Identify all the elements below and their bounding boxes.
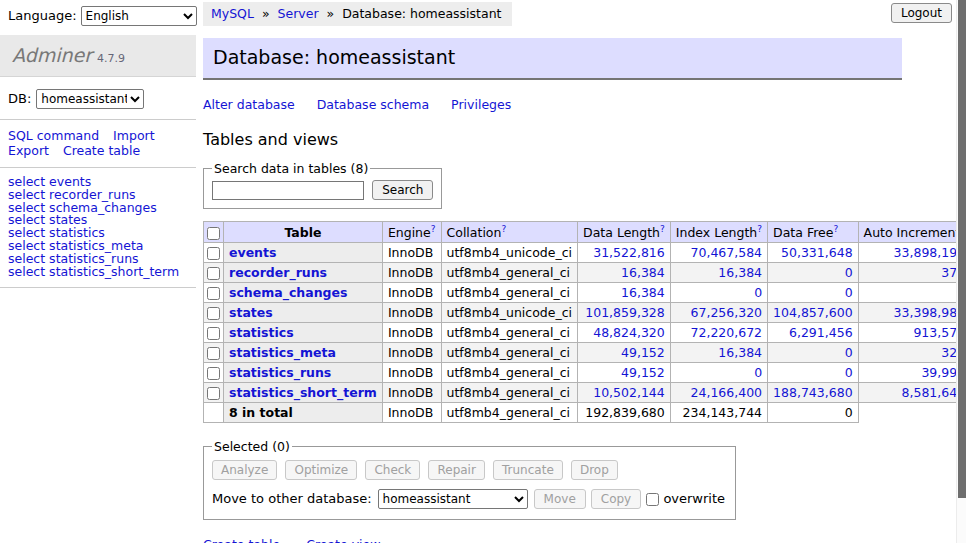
overwrite-checkbox[interactable] xyxy=(646,493,659,506)
move-database-select[interactable]: homeassistant xyxy=(378,489,528,509)
row-checkbox[interactable] xyxy=(207,387,220,400)
db-select[interactable]: homeassistant xyxy=(36,89,144,109)
index-length-link[interactable]: 72,220,672 xyxy=(691,325,763,340)
data-free-link[interactable]: 6,291,456 xyxy=(789,325,853,340)
data-free-link[interactable]: 0 xyxy=(845,365,853,380)
table-name-link[interactable]: recorder_runs xyxy=(229,265,327,280)
engine-cell: InnoDB xyxy=(382,383,441,403)
data-length-link[interactable]: 10,502,144 xyxy=(593,385,665,400)
app-version[interactable]: 4.7.9 xyxy=(97,52,125,65)
sidebar-link-export[interactable]: Export xyxy=(8,143,49,158)
database-schema-link[interactable]: Database schema xyxy=(317,97,429,112)
create-view-link[interactable]: Create view xyxy=(306,537,380,543)
index-length-link[interactable]: 16,384 xyxy=(718,265,762,280)
copy-button[interactable]: Copy xyxy=(591,489,641,509)
logout-button[interactable]: Logout xyxy=(891,3,952,23)
data-free-link[interactable]: 50,331,648 xyxy=(781,245,853,260)
drop-button[interactable]: Drop xyxy=(571,460,618,480)
auto-increment-link[interactable]: 33,898,196 xyxy=(894,245,966,260)
data-length-link[interactable]: 49,152 xyxy=(621,345,665,360)
data-length-link[interactable]: 16,384 xyxy=(621,265,665,280)
data-free-link[interactable]: 104,857,600 xyxy=(773,305,853,320)
row-check-cell xyxy=(204,243,224,263)
sidebar-link-import[interactable]: Import xyxy=(113,128,155,143)
data-length-cell: 49,152 xyxy=(578,343,671,363)
sidebar-link-sql-command[interactable]: SQL command xyxy=(8,128,99,143)
privileges-link[interactable]: Privileges xyxy=(451,97,511,112)
data-free-cell: 104,857,600 xyxy=(768,303,859,323)
sidebar-item-select-statistics-short-term[interactable]: select statistics_short_term xyxy=(8,266,188,279)
index-length-link[interactable]: 67,256,320 xyxy=(691,305,763,320)
collation-cell: utf8mb4_general_ci xyxy=(441,263,578,283)
table-name-link[interactable]: statistics xyxy=(229,325,294,340)
app-logo: Adminer4.7.9 xyxy=(0,35,196,77)
create-table-link[interactable]: Create table xyxy=(203,537,280,543)
selected-fieldset: Selected (0) Analyze Optimize Check Repa… xyxy=(203,439,736,520)
search-button[interactable]: Search xyxy=(372,180,433,200)
help-icon[interactable]: ? xyxy=(660,224,665,234)
help-icon[interactable]: ? xyxy=(757,224,762,234)
analyze-button[interactable]: Analyze xyxy=(212,460,277,480)
index-length-link[interactable]: 0 xyxy=(754,285,762,300)
row-checkbox[interactable] xyxy=(207,287,220,300)
data-length-link[interactable]: 49,152 xyxy=(621,365,665,380)
index-length-link[interactable]: 24,166,400 xyxy=(691,385,763,400)
index-length-cell: 16,384 xyxy=(670,263,767,283)
row-checkbox[interactable] xyxy=(207,327,220,340)
index-length-cell: 72,220,672 xyxy=(670,323,767,343)
data-free-link[interactable]: 188,743,680 xyxy=(773,385,853,400)
breadcrumb-link-server[interactable]: Server xyxy=(278,6,319,21)
sidebar-actions: SQL commandImport ExportCreate table xyxy=(0,120,196,167)
move-button[interactable]: Move xyxy=(534,489,586,509)
table-name-cell: recorder_runs xyxy=(224,263,383,283)
row-check-cell xyxy=(204,303,224,323)
data-length-link[interactable]: 48,824,320 xyxy=(593,325,665,340)
table-name-link[interactable]: statistics_short_term xyxy=(229,385,377,400)
col-header-auto-increment: Auto Increment? xyxy=(858,222,966,243)
check-button[interactable]: Check xyxy=(365,460,420,480)
data-free-link[interactable]: 0 xyxy=(845,285,853,300)
row-checkbox[interactable] xyxy=(207,347,220,360)
table-name-link[interactable]: states xyxy=(229,305,273,320)
table-name-link[interactable]: statistics_runs xyxy=(229,365,331,380)
table-name-link[interactable]: schema_changes xyxy=(229,285,347,300)
truncate-button[interactable]: Truncate xyxy=(493,460,563,480)
table-name-link[interactable]: events xyxy=(229,245,276,260)
data-free-link[interactable]: 0 xyxy=(845,265,853,280)
select-all-checkbox[interactable] xyxy=(207,227,220,240)
optimize-button[interactable]: Optimize xyxy=(285,460,357,480)
help-icon[interactable]: ? xyxy=(833,224,838,234)
total-check-cell xyxy=(204,403,224,423)
row-check-cell xyxy=(204,323,224,343)
index-length-link[interactable]: 0 xyxy=(754,365,762,380)
table-name-link[interactable]: statistics_meta xyxy=(229,345,336,360)
row-checkbox[interactable] xyxy=(207,247,220,260)
data-length-link[interactable]: 31,522,816 xyxy=(593,245,665,260)
language-select[interactable]: English xyxy=(81,6,197,26)
index-length-link[interactable]: 70,467,584 xyxy=(691,245,763,260)
data-length-link[interactable]: 101,859,328 xyxy=(585,305,665,320)
index-length-cell: 70,467,584 xyxy=(670,243,767,263)
scrollbar[interactable] xyxy=(956,0,966,543)
auto-increment-cell: 33,398,984 xyxy=(858,303,966,323)
data-free-link[interactable]: 0 xyxy=(845,345,853,360)
language-row: Language:English xyxy=(0,0,196,31)
row-checkbox[interactable] xyxy=(207,267,220,280)
index-length-link[interactable]: 16,384 xyxy=(718,345,762,360)
col-header-data-length: Data Length? xyxy=(578,222,671,243)
data-length-link[interactable]: 16,384 xyxy=(621,285,665,300)
help-icon[interactable]: ? xyxy=(501,224,506,234)
collation-cell: utf8mb4_general_ci xyxy=(441,383,578,403)
sidebar-link-create-table[interactable]: Create table xyxy=(63,143,140,158)
breadcrumb-link-mysql[interactable]: MySQL xyxy=(211,6,254,21)
help-icon[interactable]: ? xyxy=(431,224,436,234)
auto-increment-link[interactable]: 33,398,984 xyxy=(894,305,966,320)
row-checkbox[interactable] xyxy=(207,367,220,380)
scrollbar-thumb[interactable] xyxy=(958,0,966,498)
search-input[interactable] xyxy=(212,181,364,200)
alter-database-link[interactable]: Alter database xyxy=(203,97,295,112)
repair-button[interactable]: Repair xyxy=(428,460,484,480)
row-checkbox[interactable] xyxy=(207,307,220,320)
col-header-engine: Engine? xyxy=(382,222,441,243)
data-length-cell: 48,824,320 xyxy=(578,323,671,343)
